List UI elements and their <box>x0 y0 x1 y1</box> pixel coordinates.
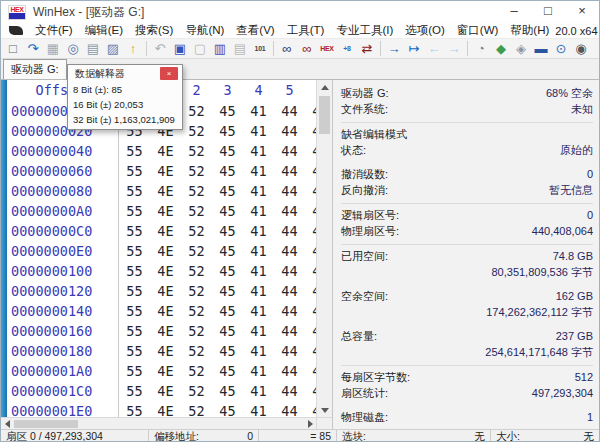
popup-close-icon[interactable]: × <box>160 67 178 80</box>
status-sector[interactable]: 扇区 0 / 497,293,304 <box>1 430 149 442</box>
hex-byte-cell[interactable]: 55 <box>119 361 150 381</box>
hex-byte-cell[interactable]: 41 <box>243 381 274 401</box>
hex-byte-cell[interactable]: 4E <box>150 241 181 261</box>
hex-byte-cell[interactable]: 41 <box>305 121 316 141</box>
hex-byte-cell[interactable]: 44 <box>274 361 305 381</box>
system-menu-icon[interactable] <box>9 26 23 35</box>
hex-byte-cell[interactable]: 55 <box>119 401 150 417</box>
print-icon[interactable]: ▤ <box>83 40 103 58</box>
hex-editor-area[interactable]: Offset01234560000000000554E5245414441000… <box>1 80 316 417</box>
hex-byte-cell[interactable]: 41 <box>305 101 316 121</box>
menu-item-view[interactable]: 查看(V) <box>230 23 280 38</box>
properties-icon[interactable]: ▨ <box>103 40 123 58</box>
hex-byte-cell[interactable]: 45 <box>212 381 243 401</box>
hex-byte-cell[interactable]: 4E <box>150 261 181 281</box>
hex-byte-cell[interactable]: 45 <box>212 141 243 161</box>
data-interpreter-titlebar[interactable]: 数据解释器 × <box>68 65 182 82</box>
disk-clone-icon[interactable]: ◆ <box>491 40 511 58</box>
hex-byte-cell[interactable]: 45 <box>212 221 243 241</box>
hex-byte-cell[interactable]: 55 <box>119 161 150 181</box>
horizontal-scroll-thumb[interactable] <box>14 420 78 428</box>
hex-byte-cell[interactable]: 41 <box>305 181 316 201</box>
hex-byte-cell[interactable]: 45 <box>212 121 243 141</box>
hex-byte-cell[interactable]: 44 <box>274 181 305 201</box>
hex-byte-cell[interactable]: 4E <box>150 321 181 341</box>
menu-item-edit[interactable]: 编辑(E) <box>79 23 129 38</box>
hex-byte-cell[interactable]: 44 <box>274 141 305 161</box>
status-offset[interactable]: 偏移地址: 0 <box>149 430 259 442</box>
write-block-icon[interactable]: ▢ <box>190 40 210 58</box>
menu-item-tools[interactable]: 工具(T) <box>281 23 331 38</box>
hex-byte-cell[interactable]: 41 <box>243 181 274 201</box>
disk-wipe-icon[interactable]: ◈ <box>511 40 531 58</box>
hex-byte-cell[interactable]: 4E <box>150 141 181 161</box>
hex-byte-cell[interactable]: 52 <box>181 281 212 301</box>
continue-search-icon[interactable]: +8 <box>337 40 357 58</box>
hex-byte-cell[interactable]: 41 <box>243 221 274 241</box>
hex-byte-cell[interactable]: 52 <box>181 161 212 181</box>
close-button[interactable]: × <box>565 1 599 23</box>
hex-byte-cell[interactable]: 41 <box>305 261 316 281</box>
hex-byte-cell[interactable]: 41 <box>243 121 274 141</box>
goto-offset-icon[interactable]: → <box>384 40 404 58</box>
hex-byte-cell[interactable]: 44 <box>274 401 305 417</box>
scroll-left-icon[interactable] <box>1 418 13 429</box>
menu-item-window[interactable]: 窗口(W) <box>451 23 505 38</box>
hex-byte-cell[interactable]: 44 <box>274 101 305 121</box>
hex-byte-cell[interactable]: 41 <box>243 401 274 417</box>
save-icon[interactable]: ▦ <box>43 40 63 58</box>
hex-byte-cell[interactable]: 4E <box>150 221 181 241</box>
hex-byte-cell[interactable]: 55 <box>119 281 150 301</box>
menu-item-search[interactable]: 搜索(S) <box>129 23 179 38</box>
hex-byte-cell[interactable]: 41 <box>305 301 316 321</box>
forward-icon[interactable]: → <box>444 40 464 58</box>
hex-byte-cell[interactable]: 44 <box>274 321 305 341</box>
replace-hex-icon[interactable]: ⇄ <box>357 40 377 58</box>
hex-byte-cell[interactable]: 41 <box>243 341 274 361</box>
scroll-right-icon[interactable] <box>304 418 316 429</box>
paste-clipboard-icon[interactable]: ▥ <box>210 40 230 58</box>
scroll-up-icon[interactable] <box>317 80 332 94</box>
hex-byte-cell[interactable]: 55 <box>119 261 150 281</box>
hex-byte-cell[interactable]: 45 <box>212 261 243 281</box>
disk-tools-icon[interactable]: ◔ <box>471 40 491 58</box>
hex-byte-cell[interactable]: 45 <box>212 161 243 181</box>
hex-byte-cell[interactable]: 41 <box>243 361 274 381</box>
hex-byte-cell[interactable]: 45 <box>212 281 243 301</box>
hex-byte-cell[interactable]: 52 <box>181 201 212 221</box>
hex-byte-cell[interactable]: 44 <box>274 301 305 321</box>
copy-icon[interactable]: ▣ <box>170 40 190 58</box>
hex-byte-cell[interactable]: 55 <box>119 341 150 361</box>
open-file-icon[interactable]: ↷ <box>23 40 43 58</box>
hex-byte-cell[interactable]: 52 <box>181 381 212 401</box>
back-icon[interactable]: ← <box>424 40 444 58</box>
hex-byte-cell[interactable]: 55 <box>119 321 150 341</box>
menu-item-specialist[interactable]: 专业工具(I) <box>330 23 399 38</box>
preview-icon[interactable]: ⊙ <box>551 40 571 58</box>
scroll-down-icon[interactable] <box>317 403 332 417</box>
hex-byte-cell[interactable]: 55 <box>119 301 150 321</box>
hex-byte-cell[interactable]: 41 <box>305 201 316 221</box>
hex-byte-cell[interactable]: 41 <box>305 161 316 181</box>
hex-byte-cell[interactable]: 4E <box>150 341 181 361</box>
hex-byte-cell[interactable]: 55 <box>119 241 150 261</box>
find-hex-icon[interactable]: ∞ <box>297 40 317 58</box>
hex-byte-cell[interactable]: 41 <box>243 141 274 161</box>
hex-byte-cell[interactable]: 4E <box>150 401 181 417</box>
hex-byte-cell[interactable]: 45 <box>212 201 243 221</box>
hex-byte-cell[interactable]: 45 <box>212 181 243 201</box>
disk-image-icon[interactable]: ◎ <box>63 40 83 58</box>
menu-item-help[interactable]: 帮助(H) <box>504 23 555 38</box>
hex-byte-cell[interactable]: 44 <box>274 381 305 401</box>
hex-byte-cell[interactable]: 4E <box>150 381 181 401</box>
goto-marker-icon[interactable]: ↦ <box>404 40 424 58</box>
hex-byte-cell[interactable]: 4E <box>150 161 181 181</box>
hex-byte-cell[interactable]: 41 <box>305 381 316 401</box>
hex-byte-cell[interactable]: 41 <box>305 241 316 261</box>
hex-byte-cell[interactable]: 41 <box>243 261 274 281</box>
maximize-button[interactable]: □ <box>531 1 565 23</box>
tab-drive-g[interactable]: 驱动器 G: <box>3 59 67 79</box>
binary-convert-icon[interactable]: 101 <box>250 40 270 58</box>
hex-byte-cell[interactable]: 44 <box>274 281 305 301</box>
hex-byte-cell[interactable]: 4E <box>150 281 181 301</box>
